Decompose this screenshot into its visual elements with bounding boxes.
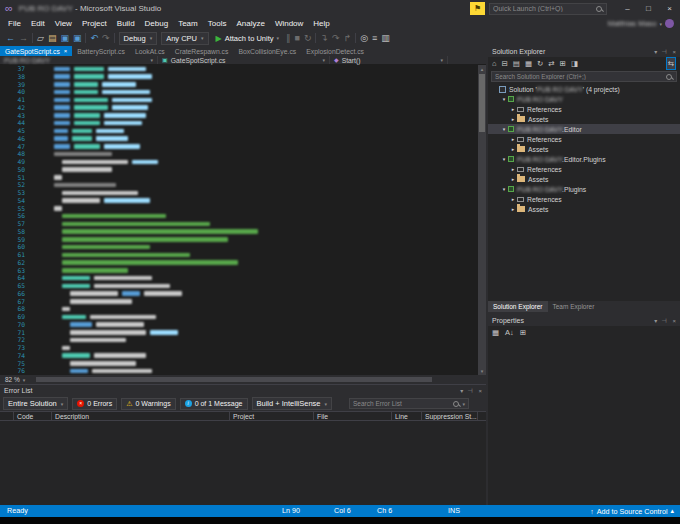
window-menu-icon[interactable]: ▾ [654,48,657,55]
attach-to-unity-button[interactable]: ▶Attach to Unity▾ [213,32,282,45]
scroll-up-icon[interactable]: ▴ [478,65,486,73]
pin-icon[interactable]: ⊤ [661,318,668,323]
configuration-dropdown[interactable]: Debug▾ [119,32,158,45]
menu-item-project[interactable]: Project [77,17,112,30]
window-menu-icon[interactable]: ▾ [654,317,657,324]
doc-tab[interactable]: BatteryScript.cs [72,46,130,56]
nav-forward-icon[interactable]: → [19,31,28,45]
column-header[interactable] [0,412,14,420]
close-icon[interactable]: × [672,318,676,324]
platform-dropdown[interactable]: Any CPU▾ [161,32,208,45]
find-in-files-icon[interactable]: ◎ [360,31,368,45]
solution-explorer-header[interactable]: Solution Explorer ▾ ⊤ × [488,46,680,57]
tree-item-folder[interactable]: ▸Assets [488,114,680,124]
step-into-icon[interactable]: ↴ [320,31,328,45]
member-dropdown[interactable]: ◆ Start() ▾ [330,56,448,64]
chevron-icon[interactable]: ▸ [509,166,517,172]
menu-item-edit[interactable]: Edit [26,17,50,30]
zoom-selector[interactable]: 82 % ▾ [0,375,30,384]
save-icon[interactable]: ▣ [60,31,69,45]
type-dropdown[interactable]: ▣ GateSpotScript.cs ▾ [158,56,330,64]
column-header[interactable]: Description [52,412,230,420]
tree-item-references[interactable]: ▸References [488,194,680,204]
chevron-icon[interactable]: ▸ [509,206,517,212]
menu-item-file[interactable]: File [3,17,26,30]
avatar[interactable] [665,19,674,28]
column-header[interactable]: Suppression St...▼ [422,412,478,420]
save-all-icon[interactable]: ▣ [73,31,82,45]
quick-launch-box[interactable] [489,3,607,15]
user-account[interactable]: Matthias Maso ▾ [608,19,680,28]
scrollbar-thumb[interactable] [36,377,432,382]
tree-item-project[interactable]: ▾PUB RO DAVY [488,94,680,104]
code-editor[interactable]: 3738394041424344454647484950515253545556… [0,65,486,375]
refresh-icon[interactable]: ↻ [537,58,543,69]
close-button[interactable]: × [659,1,680,17]
vertical-scrollbar[interactable]: ▴ ▾ [478,65,486,375]
menu-item-analyze[interactable]: Analyze [231,17,269,30]
scrollbar-thumb[interactable] [479,74,485,132]
column-header[interactable]: Line [392,412,422,420]
close-icon[interactable]: × [478,388,482,394]
open-file-icon[interactable]: ▤ [48,31,57,45]
menu-item-window[interactable]: Window [270,17,308,30]
home-icon[interactable]: ⌂ [492,58,497,69]
menu-item-help[interactable]: Help [308,17,334,30]
step-out-icon[interactable]: ↱ [344,31,352,45]
undo-icon[interactable]: ↶ [90,31,98,45]
menu-item-tools[interactable]: Tools [203,17,232,30]
close-icon[interactable]: × [64,48,68,54]
error-list-body[interactable] [0,421,486,505]
tree-item-references[interactable]: ▸References [488,134,680,144]
restart-icon[interactable]: ↻ [304,31,312,45]
redo-icon[interactable]: ↷ [102,31,110,45]
nav-backward-icon[interactable]: ← [6,31,15,45]
pin-icon[interactable]: ⊤ [467,388,474,393]
tree-item-project[interactable]: ▾PUB RO DAVY.Editor.Plugins [488,154,680,164]
options-icon[interactable]: ▥ [381,31,390,45]
alphabetical-icon[interactable]: A↓ [505,327,514,338]
menu-item-team[interactable]: Team [173,17,203,30]
menu-item-build[interactable]: Build [112,17,140,30]
panel-tab-team-explorer[interactable]: Team Explorer [548,301,600,312]
error-list-header[interactable]: Error List ▾ ⊤ × [0,385,486,396]
tree-item-references[interactable]: ▸References [488,164,680,174]
tree-item-project[interactable]: ▾PUB RO DAVY.Plugins [488,184,680,194]
scope-dropdown[interactable]: Entire Solution ▾ [3,397,68,410]
chevron-icon[interactable]: ▸ [509,146,517,152]
doc-tab[interactable]: ExplosionDetect.cs [301,46,369,56]
pin-icon[interactable]: ⊤ [661,49,668,54]
add-to-source-control-button[interactable]: ↑ Add to Source Control ▴ [590,505,674,517]
chevron-icon[interactable]: ▾ [500,156,508,162]
quick-launch-input[interactable] [493,5,593,12]
chevron-icon[interactable]: ▾ [500,96,508,102]
column-header[interactable]: Project [230,412,314,420]
scroll-down-icon[interactable]: ▾ [478,367,486,375]
menu-item-view[interactable]: View [50,17,77,30]
doc-tab[interactable]: GateSpotScript.cs× [0,46,72,56]
sync-with-active-document-icon[interactable]: ⇄ [548,58,554,69]
messages-filter-button[interactable]: i 0 of 1 Message [180,398,248,410]
column-header[interactable]: Code [14,412,52,420]
chevron-icon[interactable]: ▸ [509,176,517,182]
chevron-icon[interactable]: ▾ [500,186,508,192]
chevron-icon[interactable]: ▸ [509,106,517,112]
horizontal-scrollbar[interactable] [30,375,486,384]
window-menu-icon[interactable]: ▾ [460,387,463,394]
properties-header[interactable]: Properties ▾ ⊤ × [488,315,680,326]
chevron-icon[interactable]: ▸ [509,136,517,142]
error-list-search-box[interactable]: ▾ [349,398,469,409]
column-header[interactable]: File [314,412,392,420]
solution-explorer-search-box[interactable] [491,71,677,82]
switch-views-icon[interactable]: ⇆ [666,57,676,70]
categorized-icon[interactable]: ▦ [492,327,499,338]
panel-tab-solution-explorer[interactable]: Solution Explorer [488,301,548,312]
chevron-icon[interactable]: ▾ [500,126,508,132]
property-pages-icon[interactable]: ⊞ [520,327,526,338]
stop-icon[interactable]: ■ [295,31,300,45]
tree-item-references[interactable]: ▸References [488,104,680,114]
minimize-button[interactable]: – [617,1,638,17]
project-dropdown[interactable]: PUB RO DAVY ▾ [0,56,158,64]
errors-filter-button[interactable]: × 0 Errors [72,398,117,410]
tree-item-folder[interactable]: ▸Assets [488,204,680,214]
